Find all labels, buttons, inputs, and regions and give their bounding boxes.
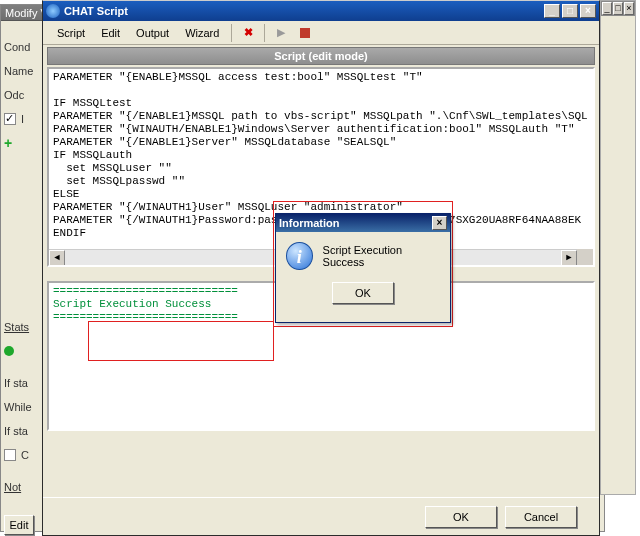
- dialog-title: Information: [279, 217, 340, 229]
- scroll-right-icon[interactable]: ►: [561, 250, 577, 266]
- dialog-close-icon[interactable]: ×: [432, 216, 447, 230]
- scroll-corner: [577, 249, 593, 265]
- plus-icon: +: [4, 135, 12, 151]
- minimize-icon[interactable]: _: [602, 2, 612, 15]
- menu-output[interactable]: Output: [128, 24, 177, 42]
- app-icon: [46, 4, 60, 18]
- status-dot: [4, 339, 44, 363]
- maximize-button[interactable]: □: [562, 4, 578, 18]
- ok-button[interactable]: OK: [425, 506, 497, 528]
- minimize-button[interactable]: _: [544, 4, 560, 18]
- label-ifsta: If sta: [4, 371, 44, 395]
- label-stats: Stats: [4, 315, 44, 339]
- menu-script[interactable]: Script: [49, 24, 93, 42]
- checkbox-icon[interactable]: [4, 113, 16, 125]
- label-ifsta2: If sta: [4, 419, 44, 443]
- play-icon[interactable]: ▶: [273, 25, 289, 41]
- edit-button[interactable]: Edit: [4, 515, 34, 535]
- label-not: Not: [4, 475, 44, 499]
- maximize-icon[interactable]: □: [613, 2, 623, 15]
- label-while: While: [4, 395, 44, 419]
- info-icon: i: [286, 242, 313, 270]
- cancel-button[interactable]: Cancel: [505, 506, 577, 528]
- chat-script-window: CHAT Script _ □ × Script Edit Output Wiz…: [42, 0, 600, 536]
- scroll-left-icon[interactable]: ◄: [49, 250, 65, 266]
- add-button[interactable]: +: [4, 131, 44, 155]
- status-icon: [4, 346, 14, 356]
- field-odc[interactable]: Odc: [4, 83, 44, 107]
- tab-cond[interactable]: Cond: [4, 35, 44, 59]
- dialog-titlebar[interactable]: Information ×: [276, 214, 450, 232]
- checkbox-icon[interactable]: [4, 449, 16, 461]
- dialog-message: Script Execution Success: [323, 244, 440, 268]
- menu-wizard[interactable]: Wizard: [177, 24, 227, 42]
- menu-edit[interactable]: Edit: [93, 24, 128, 42]
- checkbox-row[interactable]: I: [4, 107, 44, 131]
- close-button[interactable]: ×: [580, 4, 596, 18]
- section-header: Script (edit mode): [47, 47, 595, 65]
- stop-icon[interactable]: ✖: [240, 25, 256, 41]
- dialog-button-bar: OK Cancel: [43, 497, 599, 535]
- titlebar[interactable]: CHAT Script _ □ ×: [43, 1, 599, 21]
- window-title: CHAT Script: [64, 5, 128, 17]
- close-icon[interactable]: ×: [624, 2, 634, 15]
- dialog-ok-button[interactable]: OK: [332, 282, 394, 304]
- record-icon[interactable]: [297, 25, 313, 41]
- menubar: Script Edit Output Wizard ✖ ▶: [43, 21, 599, 45]
- label-name: Name: [4, 59, 44, 83]
- checkbox-row-2[interactable]: C: [4, 443, 44, 467]
- rear-window: _ □ ×: [600, 0, 636, 495]
- information-dialog: Information × i Script Execution Success…: [275, 213, 451, 323]
